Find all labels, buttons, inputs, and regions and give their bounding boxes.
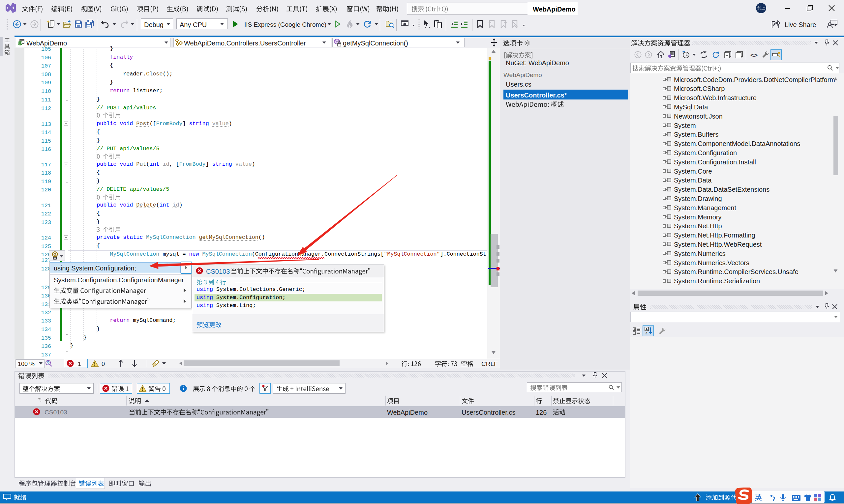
svg-text:Z: Z [645,331,648,335]
svg-text:A: A [645,327,648,331]
